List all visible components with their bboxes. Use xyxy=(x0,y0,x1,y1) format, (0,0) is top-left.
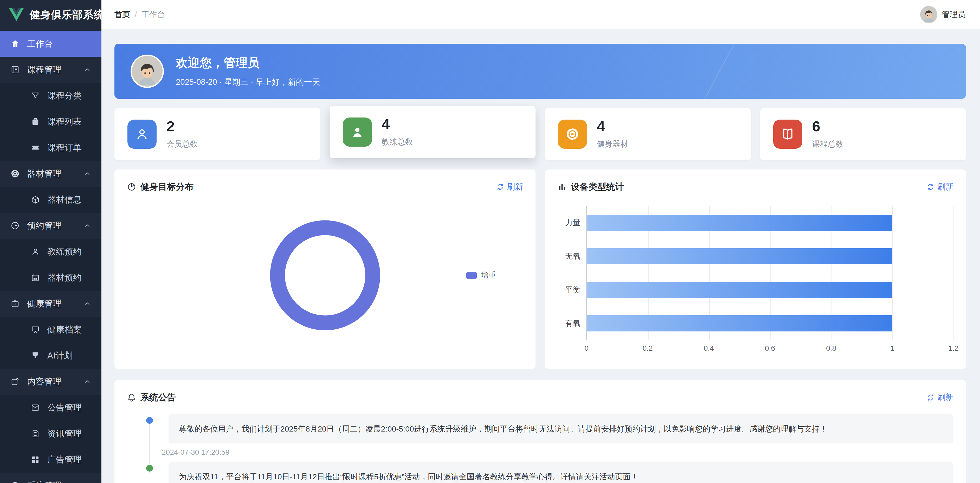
y-axis-category: 平衡 xyxy=(565,284,580,295)
bar-力量 xyxy=(587,215,892,231)
sidebar-item-announcement-mgmt[interactable]: 公告管理 xyxy=(0,395,102,421)
sidebar-group-course[interactable]: 课程管理 xyxy=(0,57,102,83)
device-refresh-button[interactable]: 刷新 xyxy=(926,181,953,192)
stat-label: 课程总数 xyxy=(812,139,843,149)
user-menu[interactable]: 管理员 xyxy=(920,6,966,23)
sidebar-item-ai-plan[interactable]: AI计划 xyxy=(0,343,102,369)
sidebar-item-course-order[interactable]: 课程订单 xyxy=(0,135,102,160)
stat-value: 2 xyxy=(167,119,198,133)
sidebar-group-health[interactable]: 健康管理 xyxy=(0,291,102,317)
home-icon xyxy=(10,39,20,48)
pie-chart-icon xyxy=(127,182,136,192)
goal-legend-swatch xyxy=(466,272,477,279)
sidebar-group-equipment[interactable]: 器材管理 xyxy=(0,160,102,187)
equipment-gear-icon xyxy=(558,119,587,149)
content-copy-icon xyxy=(10,377,20,386)
mail-icon xyxy=(31,403,40,412)
user-avatar xyxy=(920,6,937,23)
device-type-card: 设备类型统计 刷新 力量无氧平衡有氧 00.20.40.60.811.2 xyxy=(545,170,966,369)
sidebar-group-system[interactable]: 系统管理 xyxy=(0,473,102,483)
device-bar-labels: 力量无氧平衡有氧 xyxy=(557,206,587,340)
refresh-icon xyxy=(926,183,935,191)
gridline xyxy=(892,206,893,340)
x-axis-tick: 0 xyxy=(584,344,589,353)
device-bar-ticks: 00.20.40.60.811.2 xyxy=(587,344,953,356)
stats-row: 2 会员总数 4 教练总数 4 健身器材 xyxy=(115,108,966,160)
chevron-up-icon xyxy=(83,66,91,73)
clock-icon xyxy=(10,221,20,230)
stat-card-equipment: 4 健身器材 xyxy=(545,108,751,160)
settings-icon xyxy=(10,481,20,483)
goal-refresh-button[interactable]: 刷新 xyxy=(496,181,523,192)
refresh-icon xyxy=(926,393,935,402)
sidebar-group-booking[interactable]: 预约管理 xyxy=(0,213,102,238)
goal-legend-label: 增重 xyxy=(481,270,496,281)
timeline-dot xyxy=(146,417,153,424)
notice-item: 尊敬的各位用户，我们计划于2025年8月20日（周二）凌晨2:00-5:00进行… xyxy=(127,415,953,456)
device-bar-chart: 力量无氧平衡有氧 xyxy=(557,206,953,340)
sidebar-item-course-category[interactable]: 课程分类 xyxy=(0,83,102,109)
main-area: 首页 / 工作台 管理员 欢迎您，管理员 2025-08-20 · 星期三 · … xyxy=(102,0,980,483)
notice-timeline: 尊敬的各位用户，我们计划于2025年8月20日（周二）凌晨2:00-5:00进行… xyxy=(127,415,953,483)
stat-value: 4 xyxy=(382,117,413,132)
notice-text: 尊敬的各位用户，我们计划于2025年8月20日（周二）凌晨2:00-5:00进行… xyxy=(169,415,953,443)
goal-legend[interactable]: 增重 xyxy=(466,270,496,281)
box-icon xyxy=(31,195,40,204)
sidebar-item-course-list[interactable]: 课程列表 xyxy=(0,109,102,135)
chevron-up-icon xyxy=(83,378,91,386)
breadcrumb-separator: / xyxy=(135,10,137,19)
goal-donut-chart: 增重 xyxy=(127,193,523,351)
bar-无氧 xyxy=(587,248,892,264)
sidebar-item-trainer-booking[interactable]: 教练预约 xyxy=(0,238,102,265)
notice-refresh-button[interactable]: 刷新 xyxy=(926,392,953,403)
timeline-dot xyxy=(146,465,153,472)
y-axis-category: 有氧 xyxy=(565,318,580,329)
sidebar-item-equipment-info[interactable]: 器材信息 xyxy=(0,187,102,213)
stat-value: 6 xyxy=(812,119,843,133)
sidebar-item-equipment-booking[interactable]: 器材预约 xyxy=(0,265,102,291)
breadcrumb-home[interactable]: 首页 xyxy=(115,10,130,20)
ticket-icon xyxy=(31,143,40,153)
welcome-date: 2025-08-20 · 星期三 · 早上好，新的一天 xyxy=(176,77,320,87)
stat-card-courses: 6 课程总数 xyxy=(760,108,966,160)
notice-card-title: 系统公告 xyxy=(140,391,176,404)
chevron-up-icon xyxy=(83,170,91,178)
y-axis-category: 无氧 xyxy=(565,251,580,262)
bar-有氧 xyxy=(587,315,892,332)
refresh-icon xyxy=(496,183,504,191)
sidebar-item-workbench[interactable]: 工作台 xyxy=(0,31,102,57)
bar-平衡 xyxy=(587,282,892,298)
notice-text: 为庆祝双11，平台将于11月10日-11月12日推出“限时课程5折优惠”活动，同… xyxy=(169,462,953,483)
chevron-up-icon xyxy=(83,222,91,230)
sidebar-item-ad-mgmt[interactable]: 广告管理 xyxy=(0,446,102,473)
x-axis-tick: 0.4 xyxy=(704,344,714,353)
chevron-up-icon xyxy=(83,482,91,483)
sidebar-item-news-mgmt[interactable]: 资讯管理 xyxy=(0,421,102,446)
topbar: 首页 / 工作台 管理员 xyxy=(102,0,980,29)
charts-row: 健身目标分布 刷新 增重 xyxy=(115,170,966,369)
news-icon xyxy=(31,429,40,438)
y-axis-category: 力量 xyxy=(565,218,580,228)
vue-logo-icon xyxy=(9,8,24,21)
stat-value: 4 xyxy=(597,119,628,133)
x-axis-tick: 0.8 xyxy=(826,344,836,353)
x-axis-tick: 1.2 xyxy=(948,344,959,353)
welcome-avatar xyxy=(130,55,164,88)
goal-donut-ring xyxy=(277,228,373,323)
sidebar: 健身俱乐部系统 工作台 课程管理 课程分类 课程列表 课程订单 器材管理 xyxy=(0,0,102,483)
user-name: 管理员 xyxy=(942,10,966,20)
grid-icon xyxy=(31,455,40,464)
content: 欢迎您，管理员 2025-08-20 · 星期三 · 早上好，新的一天 2 会员… xyxy=(102,29,980,483)
app-logo: 健身俱乐部系统 xyxy=(0,0,102,29)
member-icon xyxy=(127,119,157,149)
goal-card-title: 健身目标分布 xyxy=(140,181,194,193)
filter-icon xyxy=(31,91,40,100)
sidebar-group-content[interactable]: 内容管理 xyxy=(0,369,102,395)
course-book-icon xyxy=(773,119,802,149)
x-axis-tick: 0.6 xyxy=(765,344,775,353)
system-notice-card: 系统公告 刷新 尊敬的各位用户，我们计划于2025年8月20日（周二）凌晨2:0… xyxy=(115,380,966,483)
calendar-icon xyxy=(31,273,40,282)
goal-distribution-card: 健身目标分布 刷新 增重 xyxy=(115,170,536,369)
sidebar-item-health-record[interactable]: 健康档案 xyxy=(0,317,102,343)
board-icon xyxy=(31,325,40,334)
